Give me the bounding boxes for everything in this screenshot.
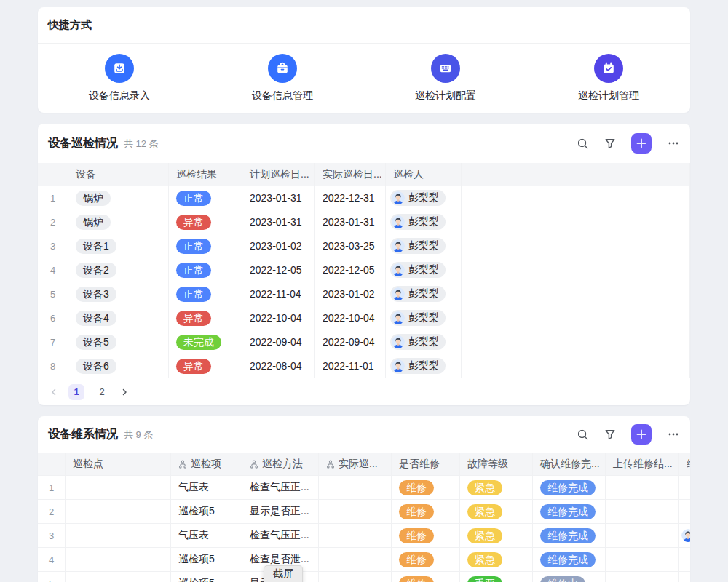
cell-confirm[interactable]: 维修完成 xyxy=(533,524,606,548)
cell-item[interactable]: 巡检项5 xyxy=(171,572,242,582)
cell-repair[interactable]: 维修 xyxy=(392,524,460,548)
cell-repair[interactable]: 维修 xyxy=(392,572,460,582)
cell-device[interactable]: 设备5 xyxy=(68,330,169,354)
cell-result[interactable]: 未完成 xyxy=(169,330,242,354)
cell-plan-date[interactable]: 2022-10-04 xyxy=(242,306,315,330)
cell-upload[interactable] xyxy=(606,572,679,582)
cell-actual-date[interactable]: 2022-11-01 xyxy=(315,354,386,378)
cell-device[interactable]: 设备4 xyxy=(68,306,169,330)
prev-page-icon[interactable] xyxy=(49,387,59,397)
cell-device[interactable]: 设备1 xyxy=(68,234,169,258)
cell-level[interactable]: 紧急 xyxy=(460,476,533,500)
cell-upload[interactable] xyxy=(606,500,679,524)
shortcut-3[interactable]: 巡检计划管理 xyxy=(527,54,690,103)
cell-actual-date[interactable]: 2023-01-31 xyxy=(315,210,386,234)
cell-actual[interactable] xyxy=(319,500,392,524)
cell-item[interactable]: 气压表 xyxy=(171,476,242,500)
page-button-2[interactable]: 2 xyxy=(94,384,110,400)
cell-upload[interactable] xyxy=(606,476,679,500)
cell-result[interactable]: 异常 xyxy=(169,210,242,234)
cell-confirm[interactable]: 维修完成 xyxy=(533,500,606,524)
cell-plan-date[interactable]: 2023-01-31 xyxy=(242,186,315,210)
cell-level[interactable]: 紧急 xyxy=(460,524,533,548)
cell-actual[interactable] xyxy=(319,572,392,582)
cell-method[interactable]: 检查气压正... xyxy=(242,524,319,548)
cell-repair-person[interactable] xyxy=(679,548,690,572)
shortcut-2[interactable]: 巡检计划配置 xyxy=(364,54,527,103)
next-page-icon[interactable] xyxy=(119,387,130,397)
cell-device[interactable]: 锅炉 xyxy=(68,210,169,234)
cell-device[interactable]: 设备3 xyxy=(68,282,169,306)
cell-repair-person[interactable] xyxy=(679,524,690,548)
cell-confirm[interactable]: 维修完成 xyxy=(533,548,606,572)
shortcut-0[interactable]: 设备信息录入 xyxy=(38,54,201,103)
cell-inspector[interactable]: 彭梨梨 xyxy=(386,354,462,378)
cell-empty[interactable] xyxy=(462,234,690,258)
filter-icon[interactable] xyxy=(604,428,616,440)
cell-actual-date[interactable]: 2022-12-31 xyxy=(315,186,386,210)
cell-inspector[interactable]: 彭梨梨 xyxy=(386,210,462,234)
cell-inspector[interactable]: 彭梨梨 xyxy=(386,282,462,306)
cell-empty[interactable] xyxy=(462,210,690,234)
add-record-button[interactable] xyxy=(631,424,652,445)
cell-point[interactable] xyxy=(66,500,171,524)
cell-inspector[interactable]: 彭梨梨 xyxy=(386,186,462,210)
cell-item[interactable]: 巡检项5 xyxy=(171,500,242,524)
cell-device[interactable]: 锅炉 xyxy=(68,186,169,210)
more-icon[interactable] xyxy=(667,137,680,150)
cell-plan-date[interactable]: 2022-12-05 xyxy=(242,258,315,282)
cell-device[interactable]: 设备6 xyxy=(68,354,169,378)
add-record-button[interactable] xyxy=(631,133,652,154)
cell-result[interactable]: 正常 xyxy=(169,258,242,282)
cell-device[interactable]: 设备2 xyxy=(68,258,169,282)
cell-actual-date[interactable]: 2023-03-25 xyxy=(315,234,386,258)
cell-result[interactable]: 异常 xyxy=(169,306,242,330)
more-icon[interactable] xyxy=(667,428,680,441)
cell-result[interactable]: 正常 xyxy=(169,234,242,258)
cell-empty[interactable] xyxy=(462,258,690,282)
cell-level[interactable]: 紧急 xyxy=(460,548,533,572)
cell-actual-date[interactable]: 2022-10-04 xyxy=(315,306,386,330)
cell-point[interactable] xyxy=(66,548,171,572)
cell-inspector[interactable]: 彭梨梨 xyxy=(386,306,462,330)
cell-repair[interactable]: 维修 xyxy=(392,500,460,524)
filter-icon[interactable] xyxy=(604,137,616,149)
cell-empty[interactable] xyxy=(462,186,690,210)
cell-plan-date[interactable]: 2022-09-04 xyxy=(242,330,315,354)
cell-plan-date[interactable]: 2022-11-04 xyxy=(242,282,315,306)
search-icon[interactable] xyxy=(577,137,589,150)
cell-upload[interactable] xyxy=(606,548,679,572)
cell-item[interactable]: 气压表 xyxy=(171,524,242,548)
shortcut-1[interactable]: 设备信息管理 xyxy=(201,54,364,103)
cell-inspector[interactable]: 彭梨梨 xyxy=(386,258,462,282)
cell-actual[interactable] xyxy=(319,524,392,548)
cell-confirm[interactable]: 维修完成 xyxy=(533,476,606,500)
cell-repair-person[interactable] xyxy=(679,572,690,582)
cell-actual-date[interactable]: 2022-09-04 xyxy=(315,330,386,354)
cell-repair-person[interactable] xyxy=(679,476,690,500)
cell-point[interactable] xyxy=(66,524,171,548)
cell-plan-date[interactable]: 2023-01-02 xyxy=(242,234,315,258)
cell-actual[interactable] xyxy=(319,476,392,500)
cell-point[interactable] xyxy=(66,476,171,500)
cell-plan-date[interactable]: 2022-08-04 xyxy=(242,354,315,378)
cell-point[interactable] xyxy=(66,572,171,582)
cell-empty[interactable] xyxy=(462,354,690,378)
cell-inspector[interactable]: 彭梨梨 xyxy=(386,330,462,354)
cell-empty[interactable] xyxy=(462,330,690,354)
cell-upload[interactable] xyxy=(606,524,679,548)
cell-method[interactable]: 检查气压正... xyxy=(242,476,319,500)
cell-actual-date[interactable]: 2023-01-02 xyxy=(315,282,386,306)
page-button-1[interactable]: 1 xyxy=(68,384,84,400)
cell-result[interactable]: 正常 xyxy=(169,186,242,210)
cell-confirm[interactable]: 维修中 xyxy=(533,572,606,582)
cell-inspector[interactable]: 彭梨梨 xyxy=(386,234,462,258)
cell-level[interactable]: 重要 xyxy=(460,572,533,582)
cell-actual-date[interactable]: 2022-12-05 xyxy=(315,258,386,282)
cell-actual[interactable] xyxy=(319,548,392,572)
cell-result[interactable]: 正常 xyxy=(169,282,242,306)
cell-plan-date[interactable]: 2023-01-31 xyxy=(242,210,315,234)
cell-level[interactable]: 紧急 xyxy=(460,500,533,524)
search-icon[interactable] xyxy=(577,428,589,441)
cell-method[interactable]: 显示是否正... xyxy=(242,500,319,524)
